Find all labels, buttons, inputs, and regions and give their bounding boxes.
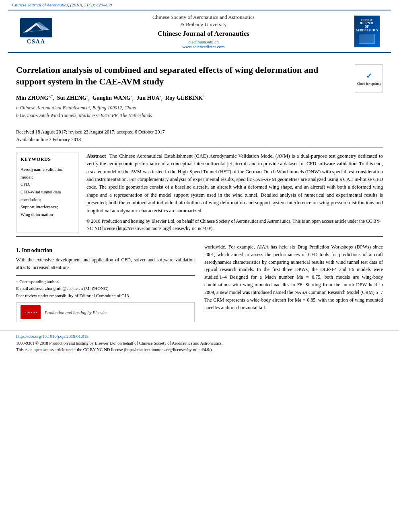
affiliation-a: a Chinese Aeronautical Establishment, Be… [16, 104, 383, 112]
elsevier-logo: ELSEVIER [21, 305, 41, 319]
journal-header: CSAA Chinese Society of Aeronautics and … [8, 10, 391, 53]
affiliation-b: b German-Dutch Wind Tunnels, Marknesse 8… [16, 112, 383, 119]
keywords-box: KEYWORDS Aerodynamic validation model; C… [16, 152, 78, 232]
journal-info: Chinese Society of Aeronautics and Astro… [60, 14, 347, 49]
journal-cover-image: CHINESE JOURNALOFAERONAUTICS [354, 15, 380, 47]
footer-doi[interactable]: https://doi.org/10.1016/j.cja.2018.01.01… [16, 334, 383, 339]
footnote-corresponding: * Corresponding author. [16, 278, 195, 286]
csaa-label: CSAA [27, 39, 45, 45]
author5-name: Roy GEBBINK [165, 94, 203, 101]
abstract-section: KEYWORDS Aerodynamic validation model; C… [16, 152, 383, 232]
body-columns: 1. Introduction With the extensive devel… [16, 243, 383, 322]
author3-name: Ganglin WANG [93, 94, 131, 101]
main-content: Correlation analysis of combined and sep… [0, 53, 399, 326]
intro-col2-text: worldwide. For example, AIAA has held si… [204, 243, 383, 312]
elsevier-box: ELSEVIER Production and hosting by Elsev… [16, 302, 195, 322]
intro-col1-text: With the extensive development and appli… [16, 256, 195, 271]
org-name: Chinese Society of Aeronautics and Astro… [60, 14, 347, 28]
check-updates-badge: ✓ Check for updates [355, 64, 383, 92]
keyword-3: CFD-Wind tunnel data correlation; [21, 188, 74, 203]
csaa-plane-icon [20, 18, 52, 38]
check-updates-label: Check for updates [357, 82, 381, 86]
journal-reference: Chinese Journal of Aeronautics, (2018), … [0, 0, 399, 10]
available-date: Available online 3 February 2018 [16, 136, 383, 144]
author1-name: Min ZHONG [16, 94, 49, 101]
keywords-list: Aerodynamic validation model; CFD; CFD-W… [21, 166, 74, 218]
article-title-container: Correlation analysis of combined and sep… [16, 64, 383, 87]
csaa-logo: CSAA [16, 18, 56, 45]
keyword-5: Wing deformation [21, 211, 74, 218]
contact-links: cja@buaa.edu.cn www.sciencedirect.com [60, 39, 347, 49]
elsevier-production-text: Production and hosting by Elsevier [45, 310, 107, 315]
keyword-1: Aerodynamic validation model; [21, 166, 74, 181]
received-date: Received 18 August 2017; revised 23 Augu… [16, 128, 383, 136]
footnotes: * Corresponding author. E-mail address: … [16, 275, 195, 300]
footnote-email: E-mail address: zhongmin@cae.ac.cn (M. Z… [16, 285, 195, 292]
page-footer: https://doi.org/10.1016/j.cja.2018.01.01… [0, 330, 399, 356]
journal-title: Chinese Journal of Aeronautics [60, 30, 347, 38]
right-column: worldwide. For example, AIAA has held si… [204, 243, 383, 322]
journal-cover-logo: CHINESE JOURNALOFAERONAUTICS [351, 15, 383, 47]
abstract-text: The Chinese Aeronautical Establishment (… [86, 153, 383, 214]
keyword-4: Support interference; [21, 203, 74, 211]
divider-1 [16, 124, 383, 124]
abstract-copyright: © 2018 Production and hosting by Elsevie… [86, 218, 383, 232]
footer-line2: This is an open access article under the… [16, 347, 383, 353]
check-icon: ✓ [366, 72, 372, 81]
divider-2 [16, 148, 383, 148]
svg-rect-0 [20, 18, 52, 37]
footnote-peer-review: Peer review under responsibility of Edit… [16, 292, 195, 300]
abstract-body: Abstract The Chinese Aeronautical Establ… [86, 152, 383, 215]
authors-line: Min ZHONGa,*, Sui ZHENGa, Ganglin WANGa,… [16, 94, 383, 101]
abstract-area: Abstract The Chinese Aeronautical Establ… [86, 152, 383, 232]
intro-title: 1. Introduction [16, 247, 195, 254]
article-title-text: Correlation analysis of combined and sep… [16, 65, 318, 86]
footer-line1: 1000-9361 © 2018 Production and hosting … [16, 340, 383, 347]
left-column: 1. Introduction With the extensive devel… [16, 243, 195, 322]
affiliations: a Chinese Aeronautical Establishment, Be… [16, 104, 383, 119]
dates: Received 18 August 2017; revised 23 Augu… [16, 128, 383, 144]
divider-3 [16, 236, 383, 237]
abstract-label: Abstract [86, 153, 106, 159]
author4-name: Jun HUA [136, 94, 159, 101]
author2-name: Sui ZHENG [57, 94, 87, 101]
keyword-2: CFD; [21, 181, 74, 188]
keywords-title: KEYWORDS [21, 156, 74, 162]
